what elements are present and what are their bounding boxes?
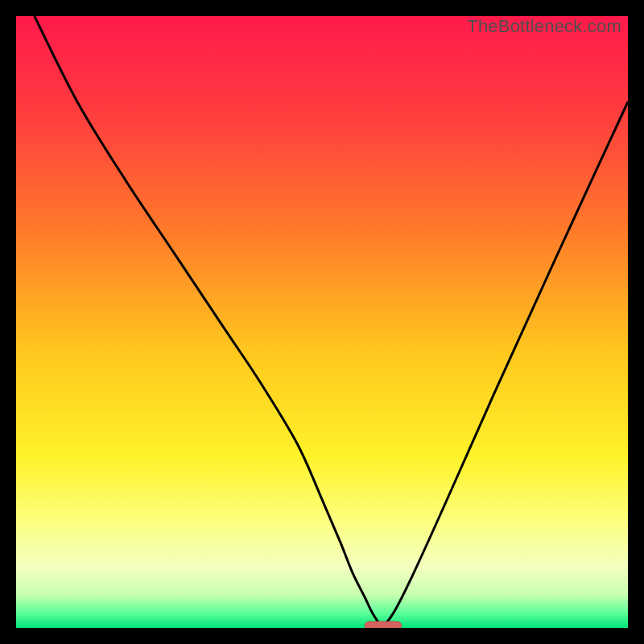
gradient-background	[16, 16, 628, 628]
chart-frame: TheBottleneck.com	[0, 0, 644, 644]
bottleneck-chart	[16, 16, 628, 628]
optimal-point-marker	[365, 621, 402, 628]
plot-area: TheBottleneck.com	[16, 16, 628, 628]
watermark-text: TheBottleneck.com	[467, 16, 621, 37]
